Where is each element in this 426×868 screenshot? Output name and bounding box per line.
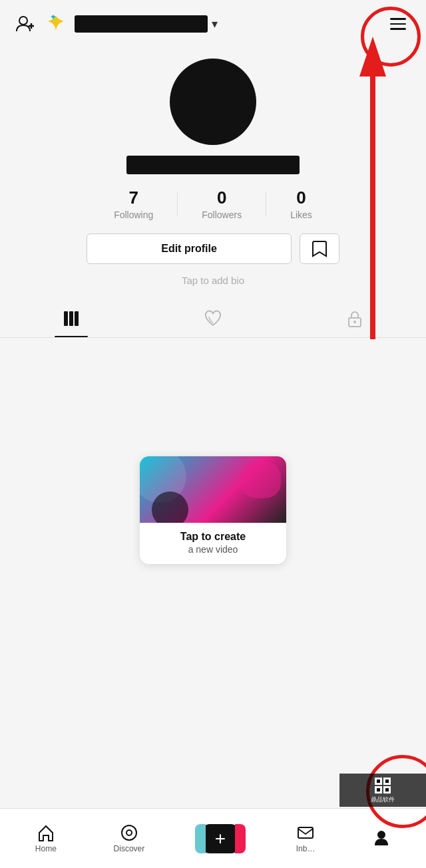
dropdown-chevron-icon: ▾ <box>212 17 218 31</box>
create-video-text: Tap to create a new video <box>140 523 286 564</box>
plus-button[interactable]: + <box>202 824 239 853</box>
svg-rect-21 <box>385 788 389 792</box>
create-video-subtitle: a new video <box>149 544 277 555</box>
nav-inbox[interactable]: Inb… <box>290 823 322 853</box>
tab-liked[interactable] <box>142 300 284 337</box>
nav-discover[interactable]: Discover <box>107 823 152 853</box>
watermark-icon <box>373 776 392 795</box>
create-video-image <box>140 456 286 523</box>
bio-area[interactable]: Tap to add bio <box>182 275 244 287</box>
content-area: Tap to create a new video <box>0 338 426 577</box>
add-user-icon <box>15 14 35 34</box>
avatar <box>170 59 256 145</box>
following-stat[interactable]: 7 Following <box>90 188 177 220</box>
spark-icon <box>45 13 67 35</box>
followers-stat[interactable]: 0 Followers <box>178 188 266 220</box>
add-user-button[interactable] <box>13 12 37 36</box>
tabs-row <box>0 300 426 338</box>
bottom-nav: Home Discover + Inb… <box>0 808 426 868</box>
likes-count: 0 <box>296 188 306 208</box>
discover-icon <box>120 823 138 842</box>
watermark: 鼎品软件 <box>339 774 426 807</box>
followers-label: Followers <box>202 210 242 220</box>
following-label: Following <box>114 210 153 220</box>
hamburger-line-3 <box>390 28 406 30</box>
svg-point-0 <box>19 17 27 25</box>
followers-count: 0 <box>217 188 226 208</box>
username-area[interactable]: ▾ <box>75 15 218 33</box>
bookmark-icon <box>312 240 327 257</box>
svg-point-7 <box>353 321 356 323</box>
inbox-label: Inb… <box>296 844 316 853</box>
svg-point-11 <box>126 830 132 835</box>
plus-icon: + <box>215 829 226 848</box>
create-video-card[interactable]: Tap to create a new video <box>140 456 286 564</box>
display-name-redacted <box>126 156 300 174</box>
tab-active-indicator <box>55 336 88 338</box>
hamburger-button[interactable] <box>383 9 413 39</box>
svg-rect-4 <box>69 311 73 326</box>
likes-stat[interactable]: 0 Likes <box>266 188 336 220</box>
svg-rect-5 <box>75 311 79 326</box>
profile-icon <box>372 828 391 847</box>
action-buttons: Edit profile <box>87 233 339 264</box>
svg-point-13 <box>377 831 385 839</box>
profile-section: 7 Following 0 Followers 0 Likes Edit pro… <box>0 45 426 300</box>
top-nav: ▾ <box>0 0 426 45</box>
svg-rect-12 <box>298 827 313 838</box>
bio-placeholder: Tap to add bio <box>182 275 244 286</box>
top-nav-left: ▾ <box>13 12 218 36</box>
watermark-logo: 鼎品软件 <box>371 776 395 804</box>
lock-icon <box>347 309 363 328</box>
home-icon <box>37 823 55 842</box>
svg-rect-18 <box>377 780 380 783</box>
tab-videos[interactable] <box>0 300 142 337</box>
svg-rect-20 <box>377 788 380 792</box>
home-label: Home <box>35 844 57 853</box>
heart-icon <box>204 310 222 327</box>
following-count: 7 <box>128 188 138 208</box>
watermark-text: 鼎品软件 <box>371 796 395 804</box>
create-video-title: Tap to create <box>149 531 277 543</box>
svg-rect-3 <box>64 311 68 326</box>
svg-rect-19 <box>385 780 389 783</box>
inbox-icon <box>296 823 315 842</box>
nav-plus[interactable]: + <box>195 824 246 853</box>
tab-private[interactable] <box>284 300 426 337</box>
username-redacted <box>75 15 208 33</box>
nav-profile[interactable] <box>365 828 397 849</box>
likes-label: Likes <box>290 210 312 220</box>
hamburger-line-2 <box>390 23 406 25</box>
edit-profile-button[interactable]: Edit profile <box>87 233 292 264</box>
stats-row: 7 Following 0 Followers 0 Likes <box>13 188 413 220</box>
bookmark-button[interactable] <box>300 233 339 264</box>
svg-point-10 <box>122 825 136 840</box>
hamburger-line-1 <box>390 18 406 20</box>
nav-home[interactable]: Home <box>29 823 63 853</box>
discover-label: Discover <box>114 844 145 853</box>
grid-icon <box>63 310 80 327</box>
carrot-icon[interactable] <box>44 12 68 36</box>
